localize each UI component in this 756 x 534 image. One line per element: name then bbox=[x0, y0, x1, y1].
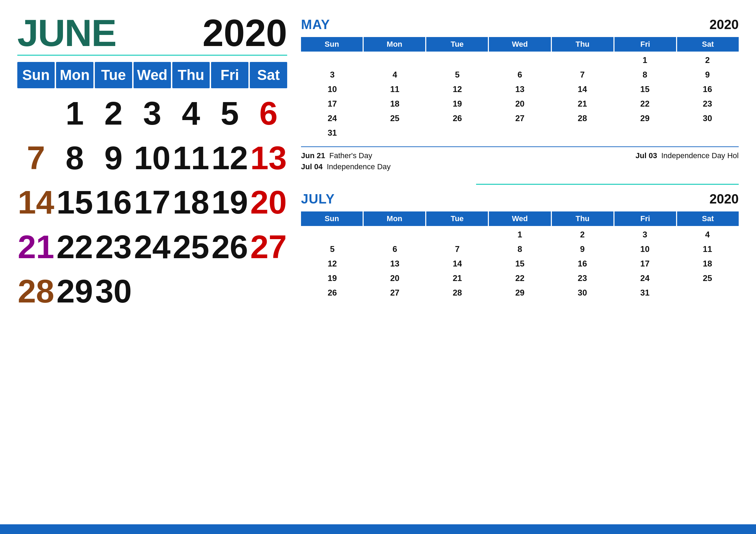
may-year: 2020 bbox=[709, 17, 739, 32]
may-day-sat: Sat bbox=[677, 37, 739, 52]
june-day-sun: Sun bbox=[17, 62, 55, 88]
june-cell: 24 bbox=[134, 225, 171, 269]
july-cell: 28 bbox=[426, 286, 489, 300]
june-cell: 30 bbox=[95, 270, 132, 313]
june-cell: 4 bbox=[172, 92, 210, 135]
may-cell: 19 bbox=[426, 97, 489, 111]
may-header: MAY 2020 bbox=[301, 17, 739, 34]
event-jul03-name: Independence Day Hol bbox=[661, 151, 739, 160]
may-cell: 24 bbox=[301, 111, 364, 126]
may-cell: 27 bbox=[489, 111, 551, 126]
july-cell: 27 bbox=[364, 286, 426, 300]
may-grid: 1234567891011121314151617181920212223242… bbox=[301, 53, 739, 140]
june-cell bbox=[211, 270, 248, 313]
july-cell bbox=[426, 227, 489, 242]
july-cell: 25 bbox=[676, 271, 739, 286]
events-row-2: Jul 04 Independence Day bbox=[301, 162, 739, 171]
june-grid: 1234567891011121314151617181920212223242… bbox=[17, 92, 287, 313]
july-cell: 31 bbox=[614, 286, 676, 300]
may-cell: 22 bbox=[614, 97, 676, 111]
july-cell: 14 bbox=[426, 256, 489, 271]
july-cell: 24 bbox=[614, 271, 676, 286]
june-days-header: Sun Mon Tue Wed Thu Fri Sat bbox=[17, 62, 287, 88]
july-day-thu: Thu bbox=[552, 211, 613, 226]
may-cell bbox=[551, 126, 614, 140]
events-row-1: Jun 21 Father's Day Jul 03 Independence … bbox=[301, 151, 739, 160]
may-cell bbox=[426, 53, 489, 67]
july-year: 2020 bbox=[709, 192, 739, 207]
may-cell bbox=[489, 53, 551, 67]
may-cell: 7 bbox=[551, 67, 614, 82]
july-cell: 30 bbox=[551, 286, 614, 300]
right-section: MAY 2020 Sun Mon Tue Wed Thu Fri Sat 123… bbox=[301, 14, 739, 534]
june-cell: 23 bbox=[95, 225, 132, 269]
may-cell: 13 bbox=[489, 82, 551, 97]
june-cell: 29 bbox=[56, 270, 93, 313]
bottom-bar bbox=[0, 524, 756, 534]
event-jun21-date: Jun 21 bbox=[301, 151, 325, 160]
may-day-sun: Sun bbox=[301, 37, 363, 52]
may-day-wed: Wed bbox=[489, 37, 550, 52]
june-day-wed: Wed bbox=[134, 62, 171, 88]
may-cell: 29 bbox=[614, 111, 676, 126]
june-cell: 11 bbox=[172, 136, 210, 180]
may-cell bbox=[614, 126, 676, 140]
june-cell: 20 bbox=[250, 181, 287, 224]
may-cell: 31 bbox=[301, 126, 364, 140]
may-cell: 12 bbox=[426, 82, 489, 97]
june-day-sat: Sat bbox=[250, 62, 287, 88]
june-cell bbox=[250, 270, 287, 313]
june-cell: 27 bbox=[250, 225, 287, 269]
june-cell: 28 bbox=[17, 270, 55, 313]
may-cell: 17 bbox=[301, 97, 364, 111]
may-cell bbox=[426, 126, 489, 140]
may-cell: 26 bbox=[426, 111, 489, 126]
june-cell: 25 bbox=[172, 225, 210, 269]
july-cell: 13 bbox=[364, 256, 426, 271]
june-month-title: JUNE bbox=[17, 14, 116, 52]
july-calendar: JULY 2020 Sun Mon Tue Wed Thu Fri Sat 12… bbox=[301, 192, 739, 300]
july-cell: 29 bbox=[489, 286, 551, 300]
july-cell: 26 bbox=[301, 286, 364, 300]
july-cell bbox=[301, 227, 364, 242]
may-day-tue: Tue bbox=[426, 37, 488, 52]
may-cell: 18 bbox=[364, 97, 426, 111]
may-cell bbox=[364, 53, 426, 67]
july-day-fri: Fri bbox=[614, 211, 676, 226]
may-cell: 9 bbox=[676, 67, 739, 82]
july-month-title: JULY bbox=[301, 192, 335, 207]
july-cell: 19 bbox=[301, 271, 364, 286]
july-cell: 1 bbox=[489, 227, 551, 242]
july-cell: 3 bbox=[614, 227, 676, 242]
june-cell: 19 bbox=[211, 181, 248, 224]
event-jul04-name: Independence Day bbox=[327, 162, 391, 171]
may-cell: 30 bbox=[676, 111, 739, 126]
july-cell: 6 bbox=[364, 242, 426, 256]
event-jun21-name: Father's Day bbox=[329, 151, 372, 160]
events-section: Jun 21 Father's Day Jul 03 Independence … bbox=[301, 146, 739, 173]
teal-divider bbox=[476, 184, 739, 185]
may-month-title: MAY bbox=[301, 17, 330, 32]
july-cell: 16 bbox=[551, 256, 614, 271]
july-cell: 7 bbox=[426, 242, 489, 256]
july-cell: 2 bbox=[551, 227, 614, 242]
july-cell: 8 bbox=[489, 242, 551, 256]
july-cell: 22 bbox=[489, 271, 551, 286]
june-cell: 21 bbox=[17, 225, 55, 269]
june-cell bbox=[172, 270, 210, 313]
june-cell: 16 bbox=[95, 181, 132, 224]
july-cell: 20 bbox=[364, 271, 426, 286]
july-cell: 11 bbox=[676, 242, 739, 256]
may-cell: 2 bbox=[676, 53, 739, 67]
june-cell: 1 bbox=[56, 92, 93, 135]
may-cell bbox=[364, 126, 426, 140]
july-cell: 10 bbox=[614, 242, 676, 256]
june-cell: 26 bbox=[211, 225, 248, 269]
may-cell: 21 bbox=[551, 97, 614, 111]
june-day-fri: Fri bbox=[211, 62, 248, 88]
event-jul03-date: Jul 03 bbox=[636, 151, 657, 160]
may-cell: 5 bbox=[426, 67, 489, 82]
july-day-wed: Wed bbox=[489, 211, 550, 226]
july-cell: 17 bbox=[614, 256, 676, 271]
june-cell bbox=[17, 92, 55, 135]
